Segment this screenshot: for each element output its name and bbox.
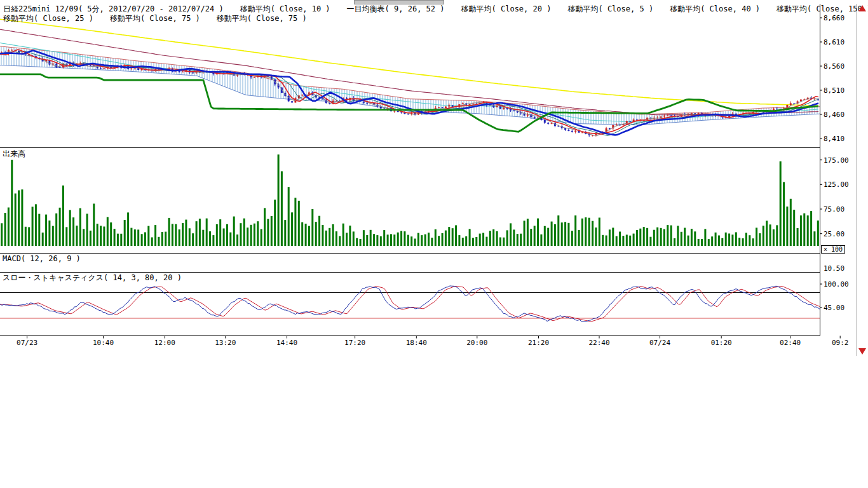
svg-text:8,660: 8,660 [824,14,844,22]
svg-text:8,510: 8,510 [824,86,844,95]
svg-text:01:20: 01:20 [711,339,732,347]
svg-text:8,560: 8,560 [824,62,844,71]
stochastics-panel-label[interactable]: スロー・ストキャスティクス( 14, 3, 80, 20 ) [3,273,182,283]
svg-text:12:00: 12:00 [154,339,175,347]
horizontal-scrollbar-thumb[interactable] [354,0,444,4]
volume-panel-label[interactable]: 出来高 [3,149,25,159]
svg-text:02:40: 02:40 [780,339,801,347]
svg-text:175.00: 175.00 [824,156,849,165]
indicator-ma25-label[interactable]: 移動平均( Close, 25 ) [3,13,93,24]
svg-text:75.00: 75.00 [824,205,844,214]
volume-bars [1,154,819,246]
volume-unit-badge: × 100 [821,245,845,254]
chart-area[interactable]: 8,6608,6108,5608,5108,4608,410175.00125.… [0,0,868,356]
chart-header-row2: 移動平均( Close, 25 ) 移動平均( Close, 75 ) 移動平均… [3,13,307,24]
svg-text:20:00: 20:00 [466,339,487,347]
volume-axis: 175.00125.0075.0025.00 [820,156,849,238]
stochastics-plot [0,286,820,322]
svg-text:09:2: 09:2 [832,339,849,347]
svg-text:14:40: 14:40 [276,339,297,347]
svg-text:8,410: 8,410 [824,135,844,143]
macd-axis: 10.50 [824,264,844,273]
svg-text:10:40: 10:40 [93,339,114,347]
svg-text:25.00: 25.00 [824,230,844,238]
scroll-up-arrow-icon[interactable] [858,5,866,11]
svg-text:45.00: 45.00 [824,304,844,312]
panel-borders [0,4,820,336]
indicator-ichimoku-label[interactable]: 一目均衡表( 9, 26, 52 ) [347,4,445,15]
svg-text:13:20: 13:20 [215,339,236,347]
chart-canvas[interactable]: 8,6608,6108,5608,5108,4608,410175.00125.… [0,0,868,356]
svg-text:8,460: 8,460 [824,111,844,119]
svg-text:22:40: 22:40 [588,339,609,347]
svg-text:125.00: 125.00 [824,180,849,189]
vertical-scrollbar-track[interactable] [856,4,857,356]
time-axis: 07/2310:4012:0013:2014:4017:2018:4020:00… [17,336,848,348]
price-axis: 8,6608,6108,5608,5108,4608,410 [820,14,844,143]
indicator-ma40-label[interactable]: 移動平均( Close, 40 ) [670,4,760,15]
svg-text:100.00: 100.00 [824,280,849,288]
stochastics-axis: 100.0045.00 [820,280,849,312]
svg-text:07/24: 07/24 [649,339,670,347]
indicator-ma75b-label[interactable]: 移動平均( Close, 75 ) [217,13,307,24]
svg-text:17:20: 17:20 [344,339,365,347]
indicator-ma150-label[interactable]: 移動平均( Close, 150 ) [776,4,868,15]
scroll-down-arrow-icon[interactable] [858,348,866,355]
indicator-ma5-label[interactable]: 移動平均( Close, 5 ) [567,4,653,15]
svg-text:21:20: 21:20 [528,339,549,347]
svg-text:10.50: 10.50 [824,264,844,273]
indicator-ma75-label[interactable]: 移動平均( Close, 75 ) [110,13,200,24]
svg-text:8,610: 8,610 [824,38,844,46]
svg-text:18:40: 18:40 [406,339,427,347]
ma-lines-short [0,50,818,135]
macd-panel-label[interactable]: MACD( 12, 26, 9 ) [3,254,81,263]
indicator-ma20-label[interactable]: 移動平均( Close, 20 ) [461,4,552,15]
svg-text:07/23: 07/23 [17,339,37,347]
